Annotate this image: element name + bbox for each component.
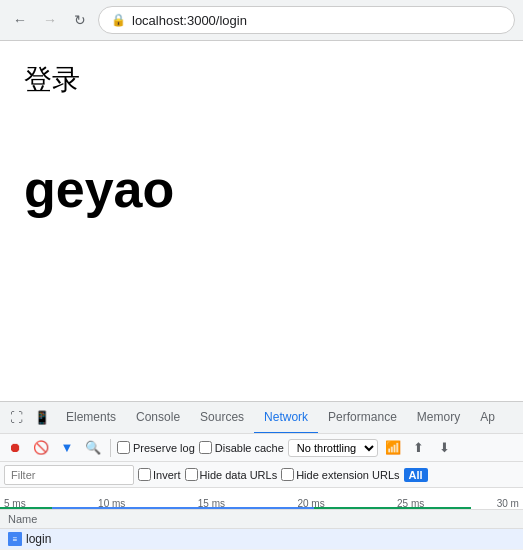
hide-data-urls-label[interactable]: Hide data URLs <box>185 468 278 481</box>
timeline-label-30: 30 m <box>497 498 519 509</box>
record-button[interactable]: ⏺ <box>4 437 26 459</box>
search-button[interactable]: 🔍 <box>82 437 104 459</box>
nav-bar: ← → ↻ 🔒 localhost:3000/login <box>0 0 523 40</box>
username-display: geyao <box>24 159 499 219</box>
table-row[interactable]: ≡ login <box>0 529 523 550</box>
name-column-header: Name <box>8 513 37 525</box>
export-button[interactable]: ⬇ <box>434 437 456 459</box>
tab-memory[interactable]: Memory <box>407 402 470 434</box>
tab-performance[interactable]: Performance <box>318 402 407 434</box>
page-content: 登录 geyao <box>0 41 523 259</box>
browser-chrome: ← → ↻ 🔒 localhost:3000/login <box>0 0 523 41</box>
all-badge[interactable]: All <box>404 468 428 482</box>
devtools-toolbar: ⏺ 🚫 ▼ 🔍 Preserve log Disable cache No th… <box>0 434 523 462</box>
network-table: Name ≡ login <box>0 510 523 550</box>
hide-data-urls-checkbox[interactable] <box>185 468 198 481</box>
filter-input[interactable] <box>4 465 134 485</box>
address-bar[interactable]: 🔒 localhost:3000/login <box>98 6 515 34</box>
page-title: 登录 <box>24 61 499 99</box>
wifi-icon: 📶 <box>382 437 404 459</box>
hide-extension-urls-label[interactable]: Hide extension URLs <box>281 468 399 481</box>
preserve-log-label[interactable]: Preserve log <box>117 441 195 454</box>
tab-console[interactable]: Console <box>126 402 190 434</box>
devtools-toggle-icon[interactable]: ⛶ <box>4 406 28 430</box>
throttle-select[interactable]: No throttling <box>288 439 378 457</box>
timeline-blue-bar <box>52 507 314 509</box>
timeline-bar: 5 ms 10 ms 15 ms 20 ms 25 ms 30 m <box>0 488 523 510</box>
forward-button[interactable]: → <box>38 8 62 32</box>
preserve-log-checkbox[interactable] <box>117 441 130 454</box>
row-name-login: login <box>26 532 51 546</box>
invert-checkbox[interactable] <box>138 468 151 481</box>
tab-sources[interactable]: Sources <box>190 402 254 434</box>
invert-label[interactable]: Invert <box>138 468 181 481</box>
filter-bar: Invert Hide data URLs Hide extension URL… <box>0 462 523 488</box>
reload-button[interactable]: ↻ <box>68 8 92 32</box>
devtools-panel: ⛶ 📱 Elements Console Sources Network Per… <box>0 401 523 550</box>
doc-icon: ≡ <box>8 532 22 546</box>
toolbar-sep-1 <box>110 439 111 457</box>
disable-cache-checkbox[interactable] <box>199 441 212 454</box>
devtools-device-icon[interactable]: 📱 <box>30 406 54 430</box>
lock-icon: 🔒 <box>111 13 126 27</box>
url-text: localhost:3000/login <box>132 13 502 28</box>
table-header: Name <box>0 510 523 529</box>
filter-button[interactable]: ▼ <box>56 437 78 459</box>
disable-cache-label[interactable]: Disable cache <box>199 441 284 454</box>
tab-elements[interactable]: Elements <box>56 402 126 434</box>
tab-network[interactable]: Network <box>254 402 318 434</box>
hide-extension-urls-checkbox[interactable] <box>281 468 294 481</box>
clear-button[interactable]: 🚫 <box>30 437 52 459</box>
back-button[interactable]: ← <box>8 8 32 32</box>
tab-ap[interactable]: Ap <box>470 402 505 434</box>
devtools-tabs: ⛶ 📱 Elements Console Sources Network Per… <box>0 402 523 434</box>
import-button[interactable]: ⬆ <box>408 437 430 459</box>
